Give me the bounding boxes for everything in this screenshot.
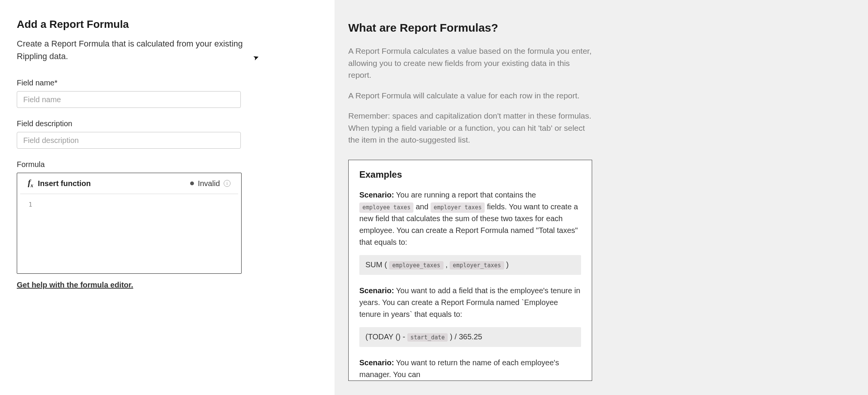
right-para-3: Remember: spaces and capitalization don'… [348,110,592,146]
page-title: Add a Report Formula [17,18,318,31]
field-description-input[interactable] [17,132,241,149]
formula-editor[interactable]: 1 [17,194,241,273]
code-block-1: SUM ( employee_taxes , employer_taxes ) [359,255,581,275]
scenario-label: Scenario: [359,191,394,199]
pill-employer-taxes: employer taxes [431,202,485,213]
insert-function-label: Insert function [38,179,91,188]
scenario-3: Scenario: You want to return the name of… [359,357,581,381]
scenario-label: Scenario: [359,286,394,295]
line-number: 1 [29,201,32,208]
right-para-2: A Report Formula will calculate a value … [348,90,592,102]
field-name-label: Field name* [17,79,318,87]
formula-status: Invalid i [190,179,231,188]
scenario-label: Scenario: [359,358,394,367]
status-text: Invalid [198,179,220,188]
examples-heading: Examples [359,169,581,180]
scenario-1: Scenario: You are running a report that … [359,189,581,248]
formula-toolbar: fx Insert function Invalid i [20,173,238,194]
right-panel: What are Report Formulas? A Report Formu… [335,0,868,395]
left-panel: Add a Report Formula Create a Report For… [0,0,335,395]
insert-function-button[interactable]: fx Insert function [28,178,91,188]
fx-icon: fx [28,178,33,188]
field-description-label: Field description [17,119,318,128]
right-para-1: A Report Formula calculates a value base… [348,45,592,81]
field-name-input[interactable] [17,91,241,108]
pill-employee-taxes-code: employee_taxes [389,261,443,270]
page-subtitle: Create a Report Formula that is calculat… [17,37,261,63]
pill-employee-taxes: employee taxes [359,202,413,213]
help-link[interactable]: Get help with the formula editor. [17,281,133,289]
scenario-2: Scenario: You want to add a field that i… [359,285,581,320]
examples-box: Examples Scenario: You are running a rep… [348,160,592,381]
formula-box: fx Insert function Invalid i 1 [17,173,242,274]
status-dot-icon [190,181,194,185]
pill-employer-taxes-code: employer_taxes [450,261,504,270]
code-block-2: (TODAY () - start_date ) / 365.25 [359,327,581,347]
right-title: What are Report Formulas? [348,21,845,34]
pill-start-date: start_date [407,333,448,342]
info-icon[interactable]: i [224,180,231,187]
formula-label: Formula [17,160,318,169]
